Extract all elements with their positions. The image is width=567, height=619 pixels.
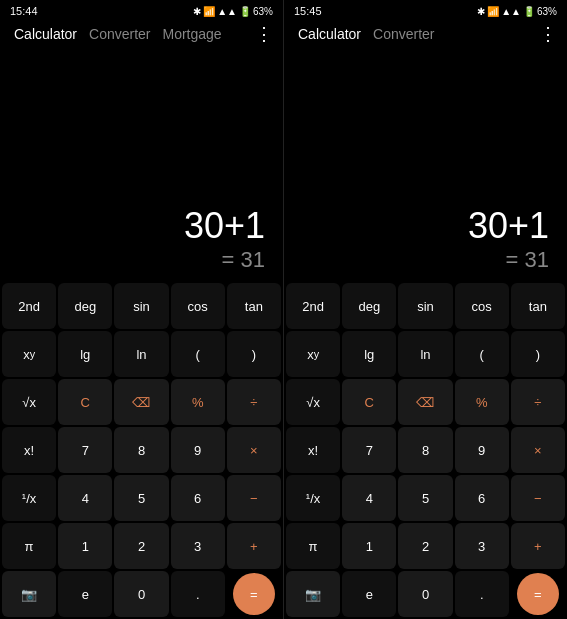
btn-multiply-right[interactable]: × [511, 427, 565, 473]
bluetooth-icon: ✱ [193, 6, 201, 17]
left-expression: 30+1 [184, 205, 265, 247]
btn-cos-right[interactable]: cos [455, 283, 509, 329]
left-more-menu[interactable]: ⋮ [255, 23, 273, 45]
btn-9-left[interactable]: 9 [171, 427, 225, 473]
btn-tan-left[interactable]: tan [227, 283, 281, 329]
right-battery-icon: 🔋 [523, 6, 535, 17]
btn-7-left[interactable]: 7 [58, 427, 112, 473]
btn-open-paren-left[interactable]: ( [171, 331, 225, 377]
wifi-icon: ▲▲ [217, 6, 237, 17]
btn-pi-right[interactable]: π [286, 523, 340, 569]
right-more-menu[interactable]: ⋮ [539, 23, 557, 45]
btn-ln-left[interactable]: ln [114, 331, 168, 377]
btn-inverse-left[interactable]: ¹/x [2, 475, 56, 521]
right-tab-calculator[interactable]: Calculator [298, 26, 361, 42]
btn-open-paren-right[interactable]: ( [455, 331, 509, 377]
signal-icon: 📶 [203, 6, 215, 17]
btn-3-right[interactable]: 3 [455, 523, 509, 569]
right-signal-icon: 📶 [487, 6, 499, 17]
btn-camera-left[interactable]: 📷 [2, 571, 56, 617]
btn-8-right[interactable]: 8 [398, 427, 452, 473]
btn-lg-left[interactable]: lg [58, 331, 112, 377]
btn-2-right[interactable]: 2 [398, 523, 452, 569]
btn-xy-left[interactable]: xy [2, 331, 56, 377]
btn-divide-right[interactable]: ÷ [511, 379, 565, 425]
btn-divide-left[interactable]: ÷ [227, 379, 281, 425]
left-tab-calculator[interactable]: Calculator [14, 26, 77, 42]
btn-backspace-right[interactable]: ⌫ [398, 379, 452, 425]
btn-tan-right[interactable]: tan [511, 283, 565, 329]
btn-e-right[interactable]: e [342, 571, 396, 617]
left-result: = 31 [222, 247, 265, 273]
btn-minus-left[interactable]: − [227, 475, 281, 521]
right-battery-percent: 63% [537, 6, 557, 17]
left-time: 15:44 [10, 5, 38, 17]
right-buttons-grid: 2nd deg sin cos tan xy lg ln ( ) √x C ⌫ … [284, 281, 567, 619]
btn-xy-right[interactable]: xy [286, 331, 340, 377]
btn-5-left[interactable]: 5 [114, 475, 168, 521]
btn-multiply-left[interactable]: × [227, 427, 281, 473]
btn-deg-right[interactable]: deg [342, 283, 396, 329]
btn-2-left[interactable]: 2 [114, 523, 168, 569]
btn-sqrt-right[interactable]: √x [286, 379, 340, 425]
btn-close-paren-right[interactable]: ) [511, 331, 565, 377]
btn-deg-left[interactable]: deg [58, 283, 112, 329]
btn-percent-right[interactable]: % [455, 379, 509, 425]
left-buttons-grid: 2nd deg sin cos tan xy lg ln ( ) √x C ⌫ … [0, 281, 283, 619]
btn-4-right[interactable]: 4 [342, 475, 396, 521]
btn-sin-left[interactable]: sin [114, 283, 168, 329]
btn-6-left[interactable]: 6 [171, 475, 225, 521]
btn-1-left[interactable]: 1 [58, 523, 112, 569]
left-nav-tabs: Calculator Converter Mortgage ⋮ [0, 22, 283, 46]
btn-0-left[interactable]: 0 [114, 571, 168, 617]
right-wifi-icon: ▲▲ [501, 6, 521, 17]
btn-7-right[interactable]: 7 [342, 427, 396, 473]
btn-camera-right[interactable]: 📷 [286, 571, 340, 617]
btn-sin-right[interactable]: sin [398, 283, 452, 329]
btn-ln-right[interactable]: ln [398, 331, 452, 377]
btn-clear-left[interactable]: C [58, 379, 112, 425]
btn-5-right[interactable]: 5 [398, 475, 452, 521]
btn-8-left[interactable]: 8 [114, 427, 168, 473]
right-screen: 15:45 ✱ 📶 ▲▲ 🔋 63% Calculator Converter … [284, 0, 567, 619]
btn-lg-right[interactable]: lg [342, 331, 396, 377]
right-result: = 31 [506, 247, 549, 273]
btn-minus-right[interactable]: − [511, 475, 565, 521]
left-tab-converter[interactable]: Converter [89, 26, 150, 42]
btn-2nd-left[interactable]: 2nd [2, 283, 56, 329]
btn-9-right[interactable]: 9 [455, 427, 509, 473]
btn-percent-left[interactable]: % [171, 379, 225, 425]
left-status-bar: 15:44 ✱ 📶 ▲▲ 🔋 63% [0, 0, 283, 22]
btn-equals-left[interactable]: = [233, 573, 275, 615]
btn-close-paren-left[interactable]: ) [227, 331, 281, 377]
btn-3-left[interactable]: 3 [171, 523, 225, 569]
btn-plus-right[interactable]: + [511, 523, 565, 569]
btn-inverse-right[interactable]: ¹/x [286, 475, 340, 521]
btn-factorial-right[interactable]: x! [286, 427, 340, 473]
btn-4-left[interactable]: 4 [58, 475, 112, 521]
btn-cos-left[interactable]: cos [171, 283, 225, 329]
btn-clear-right[interactable]: C [342, 379, 396, 425]
btn-e-left[interactable]: e [58, 571, 112, 617]
right-status-icons: ✱ 📶 ▲▲ 🔋 63% [477, 6, 557, 17]
btn-2nd-right[interactable]: 2nd [286, 283, 340, 329]
right-tab-converter[interactable]: Converter [373, 26, 434, 42]
btn-1-right[interactable]: 1 [342, 523, 396, 569]
battery-icon: 🔋 [239, 6, 251, 17]
btn-dot-right[interactable]: . [455, 571, 509, 617]
left-tab-mortgage[interactable]: Mortgage [163, 26, 222, 42]
battery-percent: 63% [253, 6, 273, 17]
btn-sqrt-left[interactable]: √x [2, 379, 56, 425]
btn-backspace-left[interactable]: ⌫ [114, 379, 168, 425]
right-expression: 30+1 [468, 205, 549, 247]
btn-equals-right[interactable]: = [517, 573, 559, 615]
btn-6-right[interactable]: 6 [455, 475, 509, 521]
left-status-icons: ✱ 📶 ▲▲ 🔋 63% [193, 6, 273, 17]
btn-dot-left[interactable]: . [171, 571, 225, 617]
left-display: 30+1 = 31 [0, 46, 283, 281]
right-status-bar: 15:45 ✱ 📶 ▲▲ 🔋 63% [284, 0, 567, 22]
btn-plus-left[interactable]: + [227, 523, 281, 569]
btn-pi-left[interactable]: π [2, 523, 56, 569]
btn-0-right[interactable]: 0 [398, 571, 452, 617]
btn-factorial-left[interactable]: x! [2, 427, 56, 473]
